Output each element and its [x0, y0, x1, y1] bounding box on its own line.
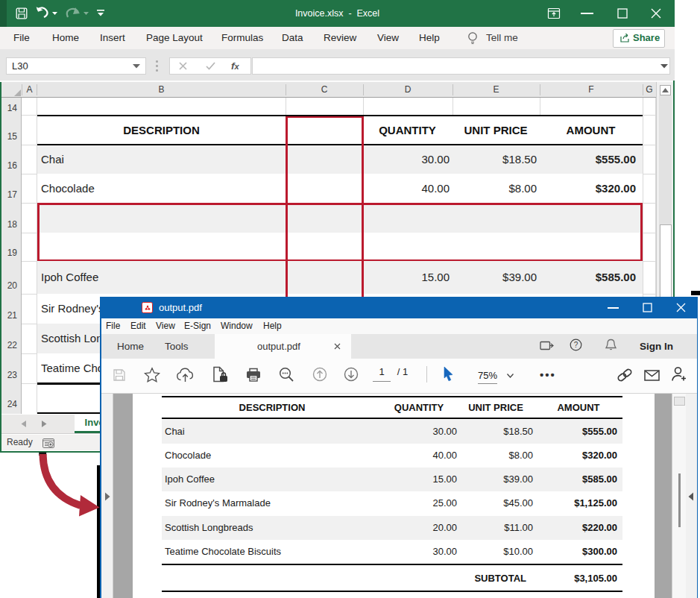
svg-text:?: ?: [574, 341, 578, 349]
